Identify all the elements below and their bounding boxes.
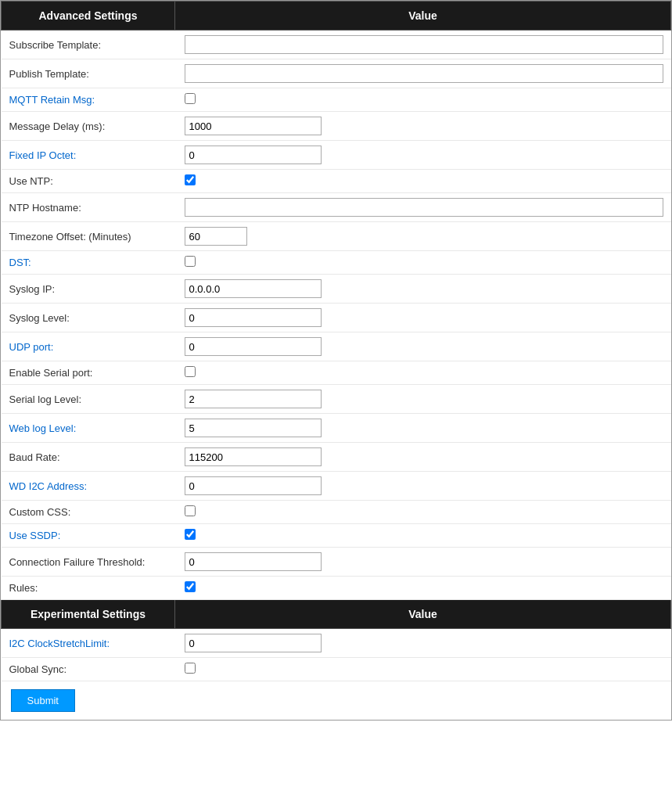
value-syslog-ip [175,275,671,304]
advanced-settings-title: Advanced Settings [2,2,175,31]
label-message-delay: Message Delay (ms): [2,112,175,141]
label-publish-template: Publish Template: [2,59,175,88]
label-i2c-clockstretchlimit: I2C ClockStretchLimit: [2,629,175,658]
label-subscribe-template: Subscribe Template: [2,31,175,59]
value-custom-css [175,501,671,524]
row-enable-serial-port: Enable Serial port: [2,361,671,385]
checkbox-mqtt-retain-msg[interactable] [185,93,196,104]
label-use-ntp: Use NTP: [2,170,175,193]
label-serial-log-level: Serial log Level: [2,385,175,414]
row-fixed-ip-octet: Fixed IP Octet: [2,141,671,170]
checkbox-rules[interactable] [185,581,196,592]
value-subscribe-template [175,31,671,59]
value-udp-port [175,332,671,361]
input-connection-failure-threshold[interactable] [185,552,322,571]
row-rules: Rules: [2,577,671,600]
row-dst: DST: [2,251,671,275]
checkbox-use-ssdp[interactable] [185,529,196,540]
row-syslog-ip: Syslog IP: [2,275,671,304]
input-ntp-hostname[interactable] [185,198,663,217]
row-baud-rate: Baud Rate: [2,443,671,472]
input-udp-port[interactable] [185,337,322,356]
label-timezone-offset: Timezone Offset: (Minutes) [2,222,175,251]
row-wd-i2c-address: WD I2C Address: [2,472,671,501]
label-custom-css: Custom CSS: [2,501,175,524]
checkbox-global-sync[interactable] [185,663,196,674]
row-timezone-offset: Timezone Offset: (Minutes) [2,222,671,251]
value-message-delay [175,112,671,141]
label-udp-port: UDP port: [2,332,175,361]
label-mqtt-retain-msg: MQTT Retain Msg: [2,88,175,112]
label-syslog-ip: Syslog IP: [2,275,175,304]
advanced-settings-header: Advanced Settings Value [2,2,671,31]
label-syslog-level: Syslog Level: [2,304,175,332]
value-fixed-ip-octet [175,141,671,170]
experimental-settings-header: Experimental Settings Value [2,600,671,629]
row-use-ntp: Use NTP: [2,170,671,193]
input-baud-rate[interactable] [185,447,322,466]
label-enable-serial-port: Enable Serial port: [2,361,175,385]
checkbox-dst[interactable] [185,256,196,267]
value-i2c-clockstretchlimit [175,629,671,658]
input-timezone-offset[interactable] [185,227,247,246]
label-use-ssdp: Use SSDP: [2,524,175,548]
row-syslog-level: Syslog Level: [2,304,671,332]
label-connection-failure-threshold: Connection Failure Threshold: [2,548,175,577]
label-dst: DST: [2,251,175,275]
row-ntp-hostname: NTP Hostname: [2,193,671,222]
value-connection-failure-threshold [175,548,671,577]
value-dst [175,251,671,275]
submit-button[interactable]: Submit [11,689,75,712]
value-global-sync [175,658,671,681]
label-ntp-hostname: NTP Hostname: [2,193,175,222]
row-i2c-clockstretchlimit: I2C ClockStretchLimit: [2,629,671,658]
input-message-delay[interactable] [185,117,322,135]
label-baud-rate: Baud Rate: [2,443,175,472]
value-serial-log-level [175,385,671,414]
row-web-log-level: Web log Level: [2,414,671,443]
experimental-settings-title: Experimental Settings [2,600,175,629]
value-use-ntp [175,170,671,193]
checkbox-use-ntp[interactable] [185,174,196,185]
value-ntp-hostname [175,193,671,222]
row-use-ssdp: Use SSDP: [2,524,671,548]
row-publish-template: Publish Template: [2,59,671,88]
input-wd-i2c-address[interactable] [185,476,322,495]
row-serial-log-level: Serial log Level: [2,385,671,414]
input-fixed-ip-octet[interactable] [185,146,322,164]
value-wd-i2c-address [175,472,671,501]
row-udp-port: UDP port: [2,332,671,361]
row-subscribe-template: Subscribe Template: [2,31,671,59]
value-mqtt-retain-msg [175,88,671,112]
row-message-delay: Message Delay (ms): [2,112,671,141]
value-baud-rate [175,443,671,472]
input-syslog-ip[interactable] [185,279,322,298]
value-web-log-level [175,414,671,443]
label-web-log-level: Web log Level: [2,414,175,443]
row-mqtt-retain-msg: MQTT Retain Msg: [2,88,671,112]
submit-row: Submit [2,681,671,721]
row-custom-css: Custom CSS: [2,501,671,524]
value-timezone-offset [175,222,671,251]
input-i2c-clockstretchlimit[interactable] [185,634,322,652]
value-use-ssdp [175,524,671,548]
checkbox-enable-serial-port[interactable] [185,366,196,377]
input-serial-log-level[interactable] [185,390,322,408]
input-publish-template[interactable] [185,64,663,83]
input-syslog-level[interactable] [185,308,322,327]
value-enable-serial-port [175,361,671,385]
row-global-sync: Global Sync: [2,658,671,681]
value-publish-template [175,59,671,88]
value-syslog-level [175,304,671,332]
row-connection-failure-threshold: Connection Failure Threshold: [2,548,671,577]
value-rules [175,577,671,600]
label-global-sync: Global Sync: [2,658,175,681]
label-rules: Rules: [2,577,175,600]
experimental-settings-value-header: Value [175,600,671,629]
label-wd-i2c-address: WD I2C Address: [2,472,175,501]
input-web-log-level[interactable] [185,419,322,437]
checkbox-custom-css[interactable] [185,505,196,516]
input-subscribe-template[interactable] [185,35,663,54]
label-fixed-ip-octet: Fixed IP Octet: [2,141,175,170]
advanced-settings-value-header: Value [175,2,671,31]
